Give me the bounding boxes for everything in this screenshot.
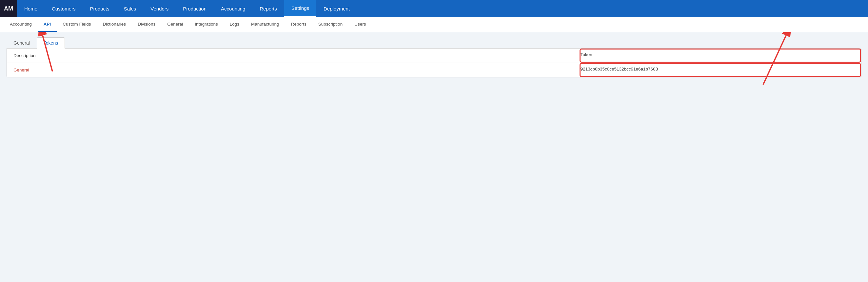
sub-nav-item-users[interactable]: Users [348, 17, 372, 32]
table-row: General 9213cb0b35c0ce5132bcc91e6a1b7608 [7, 63, 861, 77]
tabs-row: GeneralTokens [6, 37, 862, 48]
tab-tokens[interactable]: Tokens [37, 37, 65, 49]
sub-nav-item-custom-fields[interactable]: Custom Fields [57, 17, 97, 32]
page-content: GeneralTokens Description Token General … [0, 32, 868, 282]
top-navigation: AM HomeCustomersProductsSalesVendorsProd… [0, 0, 868, 17]
column-description: Description [7, 49, 580, 63]
table-header: Description Token [7, 49, 861, 63]
sub-nav-item-reports[interactable]: Reports [285, 17, 312, 32]
sub-nav-item-integrations[interactable]: Integrations [189, 17, 224, 32]
top-nav-item-production[interactable]: Production [176, 0, 214, 17]
top-nav-item-reports[interactable]: Reports [252, 0, 284, 17]
top-nav-item-sales[interactable]: Sales [117, 0, 144, 17]
tokens-table-container: Description Token General 9213cb0b35c0ce… [6, 48, 862, 77]
top-nav-item-home[interactable]: Home [17, 0, 44, 17]
top-nav-item-customers[interactable]: Customers [44, 0, 83, 17]
top-nav-items: HomeCustomersProductsSalesVendorsProduct… [17, 0, 357, 17]
sub-navigation: AccountingAPICustom FieldsDictionariesDi… [0, 17, 868, 32]
top-nav-item-products[interactable]: Products [83, 0, 117, 17]
top-nav-item-settings[interactable]: Settings [284, 0, 316, 17]
app-logo[interactable]: AM [0, 0, 17, 17]
sub-nav-item-dictionaries[interactable]: Dictionaries [97, 17, 132, 32]
tab-general[interactable]: General [6, 37, 37, 48]
top-nav-item-accounting[interactable]: Accounting [214, 0, 252, 17]
column-token: Token [580, 49, 861, 63]
top-nav-item-vendors[interactable]: Vendors [143, 0, 176, 17]
sub-nav-item-logs[interactable]: Logs [224, 17, 245, 32]
sub-nav-item-accounting[interactable]: Accounting [4, 17, 38, 32]
sub-nav-item-subscription[interactable]: Subscription [312, 17, 348, 32]
sub-nav-item-api[interactable]: API [38, 17, 57, 32]
sub-nav-item-general[interactable]: General [161, 17, 189, 32]
sub-nav-item-manufacturing[interactable]: Manufacturing [245, 17, 285, 32]
cell-token: 9213cb0b35c0ce5132bcc91e6a1b7608 [580, 63, 861, 77]
cell-description: General [7, 63, 580, 77]
sub-nav-item-divisions[interactable]: Divisions [132, 17, 161, 32]
top-nav-item-deployment[interactable]: Deployment [316, 0, 357, 17]
